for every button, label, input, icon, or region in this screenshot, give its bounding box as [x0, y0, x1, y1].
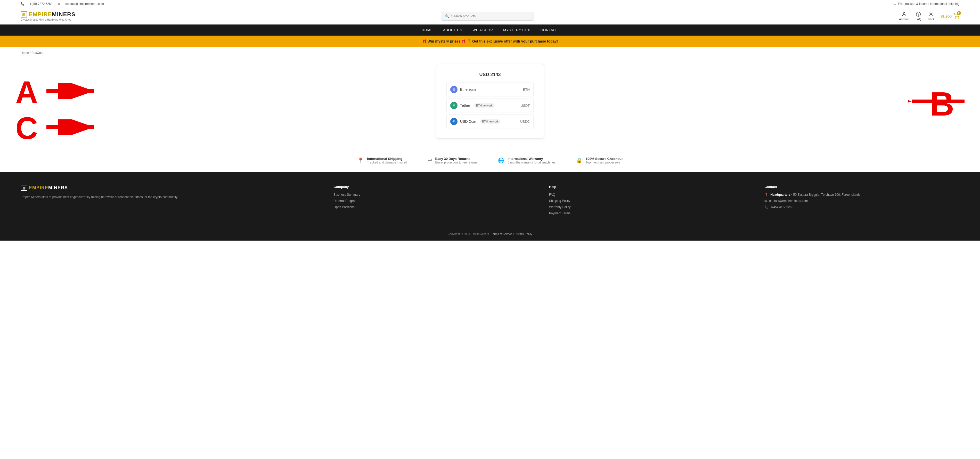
- faq-button[interactable]: FAQ: [916, 12, 921, 21]
- arrow-c: [46, 119, 98, 135]
- svg-point-2: [918, 15, 919, 16]
- footer-help-title: Help: [549, 185, 744, 189]
- payment-option-usdt[interactable]: ₮ Tether ETH network USDT: [446, 98, 534, 113]
- footer-bottom: Copyright © 2024 Empire Miners | Terms o…: [21, 228, 959, 235]
- nav-contact[interactable]: CONTACT: [541, 28, 558, 32]
- payment-option-eth[interactable]: Ξ Ethereum ETH: [446, 83, 534, 97]
- shipping-text: Free tracked & insured international shi…: [898, 2, 959, 6]
- eth-icon: Ξ: [450, 86, 458, 93]
- usdc-name: USD Coin: [460, 119, 476, 124]
- track-icon: [928, 12, 934, 17]
- logo[interactable]: ▦ EMPIREMINERS Cryptocurrency Mining Har…: [21, 11, 76, 21]
- annotation-a: A: [16, 74, 38, 110]
- feature-warranty-title: International Warranty: [508, 157, 555, 160]
- footer-link-warranty-policy[interactable]: Warranty Policy: [549, 205, 744, 209]
- footer: ▦ EMPIREMINERS Empire Miners aims to pro…: [0, 172, 980, 241]
- top-bar-left: 📞 +(45) 7872 5263 ✉ contact@empireminers…: [21, 2, 104, 6]
- track-button[interactable]: Track: [928, 12, 934, 21]
- footer-email: ✉ contact@empireminers.com: [764, 199, 959, 203]
- warranty-icon: 🌐: [498, 157, 504, 164]
- feature-shipping-sub: Tracked and damage insured: [367, 160, 407, 164]
- top-bar: 📞 +(45) 7872 5263 ✉ contact@empireminers…: [0, 0, 980, 8]
- footer-link-business-summary[interactable]: Business Summary: [334, 193, 528, 197]
- footer-link-referral[interactable]: Referral Program: [334, 199, 528, 203]
- payment-option-usdc[interactable]: ◎ USD Coin ETH network USDC: [446, 114, 534, 129]
- returns-icon: ↩: [428, 157, 432, 164]
- usdc-icon: ◎: [450, 118, 458, 125]
- feature-warranty: 🌐 International Warranty 6 months warran…: [498, 157, 555, 164]
- nav-about[interactable]: ABOUT US: [443, 28, 462, 32]
- features-bar: 📍 International Shipping Tracked and dam…: [0, 149, 980, 172]
- faq-icon: [916, 12, 921, 17]
- eth-code: ETH: [523, 88, 530, 92]
- logo-subtitle: Cryptocurrency Mining Hardware Web-Shop: [21, 18, 76, 21]
- header-actions: Account FAQ Track $1,950 2: [899, 12, 959, 21]
- footer-link-faq[interactable]: FAQ: [549, 193, 744, 197]
- footer-brand: ▦ EMPIREMINERS Empire Miners aims to pro…: [21, 185, 313, 218]
- breadcrumb: Home / BoxCoin: [0, 47, 980, 59]
- feature-returns: ↩ Easy 30 Days Returns Buyer protection …: [428, 157, 477, 164]
- arrow-a: [46, 83, 98, 99]
- feature-warranty-sub: 6 months warranty for all machines: [508, 160, 555, 164]
- annotation-c: C: [16, 110, 38, 146]
- footer-main: ▦ EMPIREMINERS Empire Miners aims to pro…: [21, 185, 959, 218]
- footer-link-positions[interactable]: Open Positions: [334, 205, 528, 209]
- top-bar-right: 🛡 Free tracked & insured international s…: [893, 2, 959, 6]
- main-content: A C USD 2143 Ξ Ethereum ETH ₮ Tether ETH…: [0, 59, 980, 149]
- secure-icon: 🔒: [576, 157, 582, 164]
- breadcrumb-home[interactable]: Home: [21, 51, 29, 55]
- search-bar[interactable]: 🔍: [441, 12, 534, 21]
- eth-name: Ethereum: [460, 87, 476, 92]
- feature-secure: 🔒 100% Secure Checkout Top merchant proc…: [576, 157, 622, 164]
- shipping-icon: 📍: [358, 157, 364, 164]
- search-input[interactable]: [451, 14, 530, 18]
- arrow-b: [908, 94, 964, 109]
- svg-point-0: [904, 13, 905, 14]
- search-icon: 🔍: [445, 14, 449, 18]
- footer-terms-link[interactable]: Terms of Service: [491, 232, 512, 235]
- footer-logo-text: EMPIREMINERS: [29, 185, 68, 191]
- nav-webshop[interactable]: WEB-SHOP: [473, 28, 493, 32]
- account-icon: [902, 12, 907, 17]
- feature-shipping-title: International Shipping: [367, 157, 407, 160]
- usdc-network: ETH network: [480, 119, 500, 124]
- footer-logo-icon: ▦: [21, 185, 27, 191]
- footer-link-shipping-policy[interactable]: Shipping Policy: [549, 199, 744, 203]
- breadcrumb-current: BoxCoin: [32, 51, 43, 55]
- footer-link-payment-terms[interactable]: Payment Terms: [549, 211, 744, 215]
- logo-text: EMPIREMINERS: [29, 11, 76, 18]
- email-footer-icon: ✉: [764, 199, 767, 203]
- feature-returns-title: Easy 30 Days Returns: [435, 157, 477, 160]
- main-nav: HOME ABOUT US WEB-SHOP MYSTERY BOX CONTA…: [0, 24, 980, 36]
- footer-headquarters: 📍 Headquarters - 50 Eystara Bryggja, Tór…: [764, 193, 959, 197]
- feature-returns-sub: Buyer protection & free returns: [435, 160, 477, 164]
- phone-footer-icon: 📞: [764, 205, 768, 209]
- footer-privacy-link[interactable]: Privacy Policy: [514, 232, 532, 235]
- banner-text: 🎁 Win mystery prizes 🎁 ❓ Get this exclus…: [422, 39, 558, 43]
- feature-shipping: 📍 International Shipping Tracked and dam…: [358, 157, 407, 164]
- nav-mystery[interactable]: MYSTERY BOX: [503, 28, 530, 32]
- nav-home[interactable]: HOME: [422, 28, 433, 32]
- cart-icon-wrap: 2: [953, 13, 959, 20]
- footer-description: Empire Miners aims to provide best crypt…: [21, 194, 313, 200]
- svg-point-5: [958, 18, 959, 18]
- feature-secure-sub: Top merchant processors: [585, 160, 622, 164]
- email-icon: ✉: [57, 2, 60, 6]
- email-address: contact@empireminers.com: [65, 2, 104, 6]
- cart-badge: 2: [957, 11, 961, 15]
- account-button[interactable]: Account: [899, 12, 909, 21]
- promo-banner: 🎁 Win mystery prizes 🎁 ❓ Get this exclus…: [0, 36, 980, 47]
- tether-network: ETH network: [474, 103, 495, 108]
- footer-help: Help FAQ Shipping Policy Warranty Policy…: [549, 185, 744, 218]
- cart-button[interactable]: $1,950 2: [940, 13, 959, 20]
- location-icon: 📍: [764, 193, 768, 197]
- phone-number: +(45) 7872 5263: [30, 2, 52, 6]
- logo-icon: ▦: [21, 11, 27, 17]
- usdc-code: USDC: [520, 120, 530, 124]
- svg-point-3: [930, 14, 932, 15]
- payment-card: USD 2143 Ξ Ethereum ETH ₮ Tether ETH net…: [436, 64, 544, 138]
- header: ▦ EMPIREMINERS Cryptocurrency Mining Har…: [0, 8, 980, 24]
- footer-company-title: Company: [334, 185, 528, 189]
- phone-icon: 📞: [21, 2, 24, 6]
- feature-secure-title: 100% Secure Checkout: [585, 157, 622, 160]
